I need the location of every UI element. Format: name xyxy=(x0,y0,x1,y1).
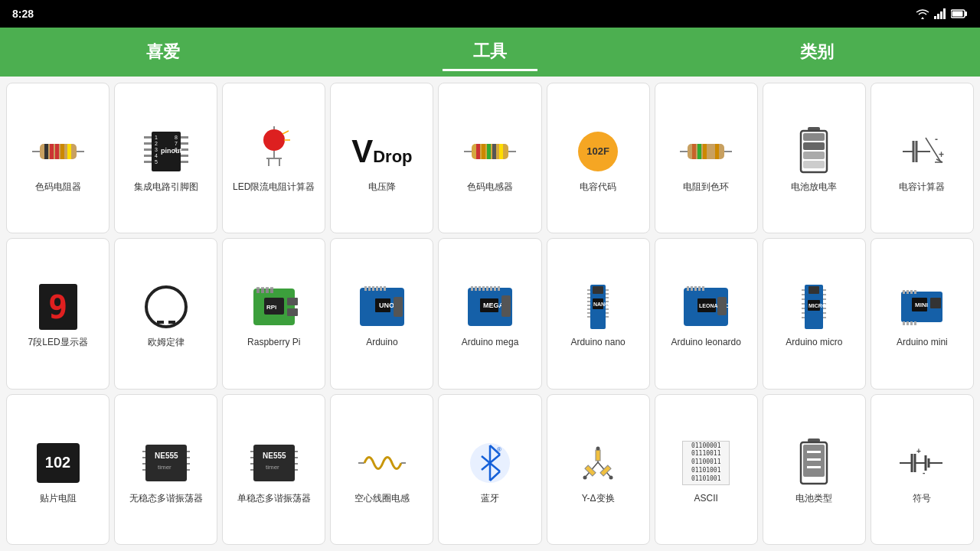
svg-rect-74 xyxy=(157,321,164,324)
card-arduino-mega[interactable]: MEGA Arduino mega xyxy=(438,238,541,389)
monostable-icon: NE555 timer xyxy=(247,436,301,490)
card-arduino[interactable]: UNO Arduino xyxy=(330,238,433,389)
card-astable[interactable]: NE555 timer 无稳态多谐振荡器 xyxy=(114,394,217,545)
ic-pinout-icon: 1 2 3 4 5 8 7 6 pinout xyxy=(139,125,193,178)
card-led-resistor[interactable]: LED限流电阻计算器 xyxy=(222,83,325,233)
svg-rect-47 xyxy=(487,144,491,159)
nav-tools[interactable]: 工具 xyxy=(443,34,537,71)
arduino-leonardo-label: Arduino leonardo xyxy=(671,337,741,349)
svg-text:MICRO: MICRO xyxy=(808,303,826,308)
svg-rect-177 xyxy=(187,463,190,465)
ydelta-icon xyxy=(571,436,625,490)
card-coil[interactable]: 空心线圈电感 xyxy=(330,394,433,545)
svg-text:NANO: NANO xyxy=(593,302,609,307)
svg-rect-48 xyxy=(492,144,496,159)
svg-rect-127 xyxy=(606,316,609,318)
card-battery-discharge[interactable]: 电池放电率 xyxy=(763,83,866,233)
svg-rect-98 xyxy=(394,297,403,317)
astable-label: 无稳态多谐振荡器 xyxy=(129,493,203,505)
card-color-inductor[interactable]: 色码电感器 xyxy=(438,83,541,233)
card-capacitor-code[interactable]: 102F 电容代码 xyxy=(547,83,650,233)
svg-rect-185 xyxy=(250,469,253,471)
card-raspberry-pi[interactable]: RPi Raspberry Pi xyxy=(222,238,325,389)
card-voltage-drop[interactable]: VDrop 电压降 xyxy=(330,83,433,233)
card-monostable[interactable]: NE555 timer 单稳态多谐振荡器 xyxy=(222,394,325,545)
svg-rect-174 xyxy=(142,469,145,471)
card-arduino-mini[interactable]: MINI Arduino mini xyxy=(871,238,974,389)
card-ascii[interactable]: 01100001 01110011 01100011 01101001 0110… xyxy=(655,394,758,545)
svg-rect-144 xyxy=(802,303,805,305)
arduino-label: Arduino xyxy=(366,337,397,349)
svg-rect-126 xyxy=(606,312,609,314)
svg-rect-3 xyxy=(943,8,946,19)
svg-rect-22 xyxy=(181,142,188,145)
cap-calc-icon: - + xyxy=(895,125,949,178)
svg-rect-136 xyxy=(702,286,704,291)
svg-rect-113 xyxy=(587,293,590,295)
svg-text:4: 4 xyxy=(155,153,158,158)
svg-rect-62 xyxy=(803,152,825,159)
ic-pinout-label: 集成电路引脚图 xyxy=(134,181,198,194)
card-cap-calc[interactable]: - + 电容计算器 xyxy=(871,83,974,233)
svg-rect-54 xyxy=(697,144,701,159)
rpi-label: Raspberry Pi xyxy=(247,337,300,349)
card-symbol[interactable]: + - 符号 xyxy=(871,394,974,545)
res-ring-label: 电阻到色环 xyxy=(683,181,729,194)
svg-rect-146 xyxy=(802,312,805,314)
svg-rect-159 xyxy=(903,290,905,294)
card-ic-pinout[interactable]: 1 2 3 4 5 8 7 6 pinout 集成电路引脚图 xyxy=(114,83,217,233)
cap-calc-label: 电容计算器 xyxy=(899,181,945,194)
svg-rect-1 xyxy=(937,14,939,19)
card-ohm-law[interactable]: 欧姆定律 xyxy=(114,238,217,389)
svg-rect-166 xyxy=(914,321,916,325)
svg-rect-6 xyxy=(952,11,963,17)
battery-status-icon xyxy=(951,9,968,18)
card-bluetooth[interactable]: ® 蓝牙 xyxy=(438,394,541,545)
card-color-resistor[interactable]: 色码电阻器 xyxy=(6,83,109,233)
svg-rect-169 xyxy=(930,298,941,308)
seven-seg-icon: 9 xyxy=(31,280,85,334)
card-smd-resistor[interactable]: 102 贴片电阻 xyxy=(6,394,109,545)
svg-rect-10 xyxy=(50,144,54,159)
svg-point-73 xyxy=(146,287,186,327)
ascii-label: ASCII xyxy=(694,493,718,505)
card-ydelta[interactable]: Y-Δ变换 xyxy=(547,394,650,545)
battery-discharge-label: 电池放电率 xyxy=(791,181,837,194)
nav-categories[interactable]: 类别 xyxy=(769,34,864,70)
card-arduino-micro[interactable]: MICRO Arduino micro xyxy=(763,238,866,389)
svg-text:8: 8 xyxy=(175,135,178,140)
card-arduino-leonardo[interactable]: LEONARDO Arduino leonardo xyxy=(655,238,758,389)
svg-rect-132 xyxy=(687,286,689,291)
card-7seg[interactable]: 9 7段LED显示器 xyxy=(6,238,109,389)
ohm-law-icon xyxy=(139,280,193,334)
svg-rect-12 xyxy=(60,144,64,159)
nav-favorites[interactable]: 喜爱 xyxy=(116,34,211,70)
svg-rect-56 xyxy=(715,144,719,159)
card-battery-type[interactable]: 电池类型 xyxy=(763,394,866,545)
svg-rect-125 xyxy=(606,308,609,310)
arduino-micro-label: Arduino micro xyxy=(786,337,842,349)
rpi-icon: RPi xyxy=(247,280,301,334)
top-nav: 喜爱 工具 类别 xyxy=(0,28,980,77)
arduino-mega-label: Arduino mega xyxy=(462,337,519,349)
svg-rect-24 xyxy=(181,155,188,157)
svg-rect-16 xyxy=(144,136,152,139)
color-inductor-icon xyxy=(463,125,517,178)
svg-text:7: 7 xyxy=(175,141,178,146)
svg-text:+: + xyxy=(939,149,944,160)
svg-rect-133 xyxy=(691,286,693,291)
arduino-leonardo-icon: LEONARDO xyxy=(679,280,733,334)
card-arduino-nano[interactable]: NANO Arduino nano xyxy=(547,238,650,389)
svg-rect-170 xyxy=(145,445,187,481)
svg-rect-172 xyxy=(142,457,145,458)
svg-text:3: 3 xyxy=(155,147,158,152)
svg-rect-116 xyxy=(587,305,590,306)
battery-discharge-icon xyxy=(787,125,841,178)
voltage-drop-icon: VDrop xyxy=(355,125,409,178)
svg-rect-214 xyxy=(807,466,821,468)
svg-rect-142 xyxy=(802,294,805,295)
color-inductor-label: 色码电感器 xyxy=(467,181,513,194)
arduino-nano-icon: NANO xyxy=(571,280,625,334)
card-res-ring[interactable]: 电阻到色环 xyxy=(655,83,758,233)
svg-rect-135 xyxy=(698,286,701,291)
